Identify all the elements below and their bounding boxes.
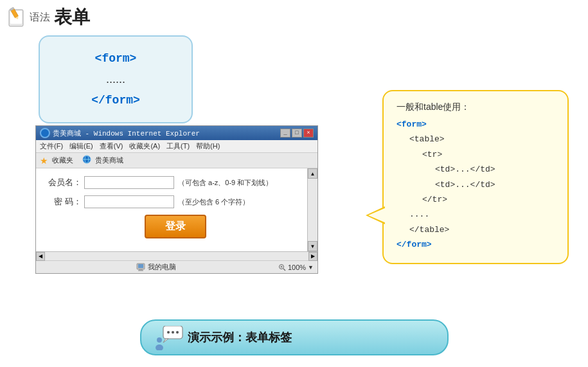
bubble-title: 一般和table使用： [396, 102, 555, 113]
browser-statusbar: 我的电脑 100% ▼ [36, 260, 317, 273]
close-button[interactable]: × [303, 129, 314, 138]
browser-controls[interactable]: _ □ × [280, 129, 314, 138]
bubble-tr-open: <tr> [396, 147, 555, 162]
bubble-tr-close: </tr> [396, 192, 555, 207]
svg-point-22 [157, 337, 162, 343]
password-row: 密 码： （至少包含 6 个字符） [46, 195, 305, 208]
browser-toolbar: ★ 收藏夹 贵美商城 [36, 153, 317, 168]
tab-ie-icon [82, 155, 91, 164]
grammar-icon: 语法 [6, 7, 50, 28]
minimize-button[interactable]: _ [280, 129, 290, 138]
maximize-button[interactable]: □ [292, 129, 302, 138]
username-row: 会员名： （可包含 a-z、0-9 和下划线） [46, 176, 305, 189]
menu-help[interactable]: 帮助(H) [196, 141, 220, 151]
browser-title-left: 贵美商城 - Windows Internet Explorer [40, 128, 200, 138]
demo-banner: 演示示例：表单标签 [140, 319, 449, 355]
pencil-icon [6, 7, 27, 28]
browser-window: 贵美商城 - Windows Internet Explorer _ □ × 文… [35, 125, 318, 274]
password-hint: （至少包含 6 个字符） [178, 197, 249, 207]
page-title: 表单 [54, 5, 90, 30]
scroll-track [308, 179, 317, 241]
scroll-up-button[interactable]: ▲ [308, 168, 317, 179]
menu-file[interactable]: 文件(F) [40, 141, 63, 151]
scroll-down-button[interactable]: ▼ [308, 241, 317, 251]
svg-marker-17 [163, 339, 168, 343]
browser-content: 会员名： （可包含 a-z、0-9 和下划线） 密 码： （至少包含 6 个字符… [36, 168, 317, 251]
status-zoom: 100% ▼ [278, 264, 314, 271]
browser-titlebar: 贵美商城 - Windows Internet Explorer _ □ × [36, 126, 317, 140]
username-label: 会员名： [46, 177, 82, 188]
svg-rect-10 [139, 269, 143, 271]
username-input[interactable] [84, 176, 174, 189]
browser-hscrollbar[interactable]: ◀ ▶ [36, 251, 317, 260]
svg-line-13 [283, 269, 285, 271]
ie-tab-icon [82, 155, 91, 166]
svg-point-19 [167, 331, 170, 334]
demo-person-icon [154, 326, 180, 349]
speech-bubble: 一般和table使用： <form> <table> <tr> <td>...<… [382, 90, 569, 264]
bubble-form-close: </form> [396, 240, 432, 249]
hscroll-track [45, 252, 308, 260]
header-grammar-label: 语法 [30, 11, 50, 24]
tab-label: 贵美商城 [95, 156, 123, 165]
demo-text: 演示示例：表单标签 [188, 330, 292, 345]
bubble-td2: <td>...</td> [396, 177, 555, 192]
bubble-table-close: </table> [396, 222, 555, 237]
hscroll-left-button[interactable]: ◀ [36, 252, 45, 261]
svg-point-20 [172, 331, 174, 334]
svg-rect-11 [138, 270, 143, 271]
favorites-label: 收藏夹 [52, 156, 73, 165]
svg-point-21 [176, 331, 179, 334]
ie-logo-icon [40, 128, 50, 138]
syntax-form-close: </form> [59, 90, 172, 111]
hscroll-right-button[interactable]: ▶ [308, 252, 317, 261]
bubble-td1: <td>...</td> [396, 162, 555, 177]
zoom-icon [278, 264, 286, 271]
username-hint: （可包含 a-z、0-9 和下划线） [178, 178, 272, 188]
bubble-form-open: <form> [396, 120, 427, 129]
menu-tools[interactable]: 工具(T) [166, 141, 190, 151]
browser-body: 会员名： （可包含 a-z、0-9 和下划线） 密 码： （至少包含 6 个字符… [36, 168, 317, 251]
browser-menubar[interactable]: 文件(F) 编辑(E) 查看(V) 收藏夹(A) 工具(T) 帮助(H) [36, 140, 317, 153]
password-input[interactable] [84, 195, 174, 208]
menu-edit[interactable]: 编辑(E) [69, 141, 93, 151]
syntax-form-open: <form> [59, 48, 172, 69]
browser-title: 贵美商城 - Windows Internet Explorer [53, 129, 200, 138]
favorites-star-icon: ★ [40, 156, 48, 166]
bubble-table-open: <table> [396, 132, 555, 147]
computer-icon [136, 263, 145, 272]
bubble-code: <form> <table> <tr> <td>...</td> <td>...… [396, 117, 555, 253]
svg-rect-9 [138, 264, 143, 268]
menu-view[interactable]: 查看(V) [100, 141, 123, 151]
login-button[interactable]: 登录 [145, 215, 206, 238]
person-speech-icon [154, 326, 185, 350]
status-computer-label: 我的电脑 [148, 262, 176, 272]
browser-scrollbar[interactable]: ▲ ▼ [307, 168, 317, 251]
status-zoom-label: 100% [288, 264, 306, 271]
svg-point-23 [156, 345, 163, 350]
password-label: 密 码： [46, 196, 82, 208]
syntax-dots: ...... [59, 69, 172, 89]
status-zoom-dropdown[interactable]: ▼ [308, 264, 314, 271]
syntax-box: <form> ...... </form> [39, 35, 193, 123]
page-header: 语法 表单 [6, 5, 90, 30]
status-computer: 我的电脑 [40, 262, 273, 272]
menu-favorites[interactable]: 收藏夹(A) [129, 141, 160, 151]
bubble-dots: .... [396, 207, 555, 222]
